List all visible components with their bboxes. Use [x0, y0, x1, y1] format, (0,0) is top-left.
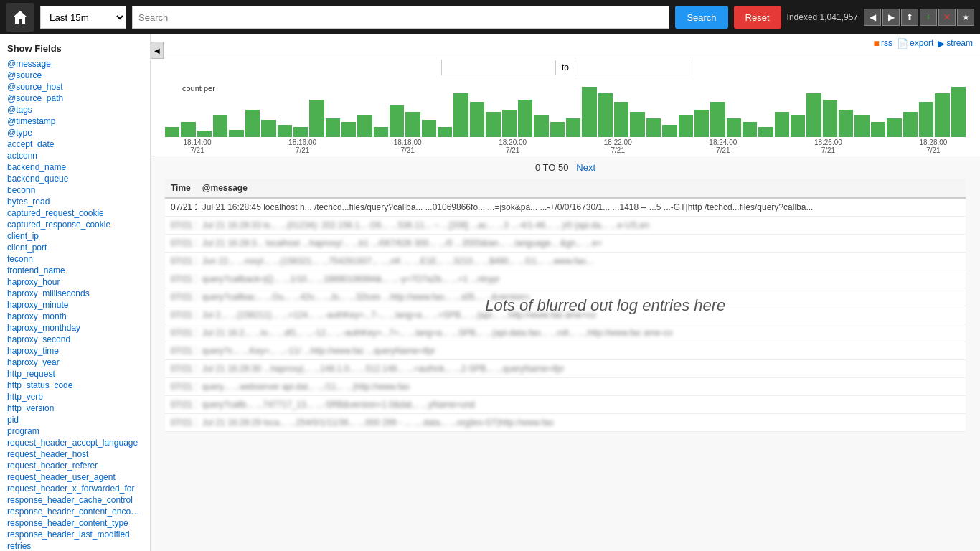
sidebar-field-request_header_referer[interactable]: request_header_referer: [0, 460, 150, 471]
datetime-from-input[interactable]: 2012-07-21T18:13:49: [441, 60, 556, 75]
sidebar-field-haproxy_month[interactable]: haproxy_month: [0, 311, 150, 322]
sidebar-field-@timestamp[interactable]: @timestamp: [0, 116, 150, 127]
sidebar-field-bytes_read[interactable]: bytes_read: [0, 196, 150, 207]
chart-bar[interactable]: [374, 127, 388, 137]
chart-bar[interactable]: [245, 110, 260, 138]
chart-bar[interactable]: [679, 115, 693, 138]
rss-link[interactable]: ■ rss: [873, 37, 892, 49]
chart-bar[interactable]: [550, 122, 565, 137]
chart-bar[interactable]: [486, 112, 500, 137]
chart-bar[interactable]: [919, 102, 933, 137]
sidebar-field-http_verb[interactable]: http_verb: [0, 391, 150, 402]
sidebar-field-request_header_user_agent[interactable]: request_header_user_agent: [0, 471, 150, 483]
chart-bar[interactable]: [887, 118, 901, 137]
sidebar-field-@tags[interactable]: @tags: [0, 104, 150, 116]
sidebar-field-pid[interactable]: pid: [0, 414, 150, 425]
table-row[interactable]: 07/21 18:28:30Jul 21 16:28:30 ...haproxy…: [165, 360, 966, 378]
sidebar-field-request_header_accept_language[interactable]: request_header_accept_language: [0, 437, 150, 448]
chart-bar[interactable]: [326, 118, 340, 137]
chart-bar[interactable]: [518, 100, 532, 138]
sidebar-field-haproxy_hour[interactable]: haproxy_hour: [0, 276, 150, 288]
export-link[interactable]: 📄 export: [897, 37, 933, 49]
chart-bar[interactable]: [791, 115, 805, 138]
chart-bar[interactable]: [197, 131, 212, 137]
chart-bar[interactable]: [390, 105, 404, 137]
sidebar-field-@type[interactable]: @type: [0, 127, 150, 138]
chart-bar[interactable]: [646, 118, 661, 137]
sidebar-field-accept_date[interactable]: accept_date: [0, 138, 150, 150]
chart-bar[interactable]: [743, 122, 757, 137]
sidebar-field-response_header_content_type[interactable]: response_header_content_type: [0, 517, 150, 529]
chart-bar[interactable]: [278, 125, 292, 138]
sidebar-field-response_header_cache_control[interactable]: response_header_cache_control: [0, 494, 150, 506]
sidebar-field-request_header_host[interactable]: request_header_host: [0, 448, 150, 460]
chart-bar[interactable]: [438, 127, 452, 137]
chart-bar[interactable]: [935, 93, 949, 137]
sidebar-field-haproxy_monthday[interactable]: haproxy_monthday: [0, 322, 150, 334]
sidebar-field-frontend_name[interactable]: frontend_name: [0, 265, 150, 276]
chart-bar[interactable]: [470, 102, 484, 137]
chart-bar[interactable]: [534, 115, 548, 138]
nav-icon-2[interactable]: ▶: [882, 9, 900, 26]
chart-bar[interactable]: [213, 115, 227, 138]
sidebar-field-response_header_content_encoding[interactable]: response_header_content_encoding: [0, 506, 150, 517]
table-row[interactable]: 07/21 18:28:30query?callbac... ...Ou... …: [165, 288, 966, 306]
sidebar-field-http_status_code[interactable]: http_status_code: [0, 380, 150, 391]
search-input[interactable]: [132, 6, 669, 29]
stream-link[interactable]: ▶ stream: [938, 37, 973, 49]
sidebar-field-feconn[interactable]: feconn: [0, 253, 150, 265]
chart-bar[interactable]: [229, 130, 243, 138]
sidebar-field-haproxy_second[interactable]: haproxy_second: [0, 334, 150, 345]
chart-bar[interactable]: [582, 87, 596, 137]
datetime-to-input[interactable]: 2012-07-21T18:28:49: [575, 60, 689, 75]
time-range-select[interactable]: Last 5m Last 15m Last 30m Last 1h Last 4…: [40, 6, 126, 29]
sidebar-field-captured_request_cookie[interactable]: captured_request_cookie: [0, 207, 150, 219]
chart-bar[interactable]: [261, 120, 275, 138]
nav-icon-5[interactable]: ✕: [938, 9, 956, 26]
table-row[interactable]: 07/21 18:28:30Jul 21 16:28:29 loca... ..…: [165, 414, 966, 432]
chart-bar[interactable]: [951, 87, 966, 137]
table-row[interactable]: 07/21 18:28:30query?callback=jQ... ...1/…: [165, 270, 966, 288]
reset-button[interactable]: Reset: [734, 6, 781, 29]
toggle-sidebar-button[interactable]: ◀: [151, 42, 164, 59]
table-row[interactable]: 07/21 18:28:30Jul 21 16:28:3... localhos…: [165, 235, 966, 253]
sidebar-field-@source_host[interactable]: @source_host: [0, 81, 150, 93]
table-row[interactable]: 07/21 18:28:30Jun 22... ...roxyI... ...(…: [165, 253, 966, 270]
sidebar-field-client_ip[interactable]: client_ip: [0, 230, 150, 242]
chart-bar[interactable]: [694, 110, 709, 138]
chart-bar[interactable]: [903, 112, 918, 137]
table-row[interactable]: 07/21 18:28:30query?c... ...Key=... ...-…: [165, 342, 966, 360]
chart-bar[interactable]: [823, 100, 837, 138]
sidebar-field-haproxy_minute[interactable]: haproxy_minute: [0, 299, 150, 311]
chart-bar[interactable]: [293, 127, 308, 137]
sidebar-field-backend_name[interactable]: backend_name: [0, 161, 150, 173]
chart-bar[interactable]: [502, 110, 517, 138]
chart-bar[interactable]: [854, 115, 869, 138]
chart-bar[interactable]: [422, 120, 436, 138]
sidebar-field-haproxy_milliseconds[interactable]: haproxy_milliseconds: [0, 288, 150, 299]
nav-icon-1[interactable]: ◀: [864, 9, 881, 26]
chart-bar[interactable]: [839, 110, 853, 138]
chart-bar[interactable]: [309, 100, 324, 138]
search-button[interactable]: Search: [675, 6, 727, 29]
nav-icon-3[interactable]: ⬆: [901, 9, 918, 26]
table-row[interactable]: 07/21 18:28:46Jul 21 16:28:45 localhost …: [165, 198, 966, 217]
nav-icon-4[interactable]: +: [920, 9, 937, 26]
sidebar-field-program[interactable]: program: [0, 425, 150, 437]
sidebar-field-@source[interactable]: @source: [0, 70, 150, 81]
chart-bar[interactable]: [181, 122, 195, 137]
sidebar-field-captured_response_cookie[interactable]: captured_response_cookie: [0, 219, 150, 230]
next-link[interactable]: Next: [576, 162, 595, 173]
chart-bar[interactable]: [710, 102, 725, 137]
chart-bar[interactable]: [806, 93, 821, 137]
table-row[interactable]: 07/21 18:28:30query... ...webserver api.…: [165, 378, 966, 396]
chart-bar[interactable]: [775, 112, 789, 137]
chart-bar[interactable]: [165, 127, 179, 137]
chart-bar[interactable]: [662, 125, 677, 138]
chart-bar[interactable]: [614, 102, 628, 137]
table-row[interactable]: 07/21 18:28:30Jul 21 16:2... ...lo... ..…: [165, 324, 966, 342]
chart-bar[interactable]: [453, 93, 468, 137]
sidebar-field-request_header_x_forwarded_for[interactable]: request_header_x_forwarded_for: [0, 483, 150, 494]
sidebar-field-haproxy_year[interactable]: haproxy_year: [0, 357, 150, 368]
sidebar-field-@message[interactable]: @message: [0, 58, 150, 70]
